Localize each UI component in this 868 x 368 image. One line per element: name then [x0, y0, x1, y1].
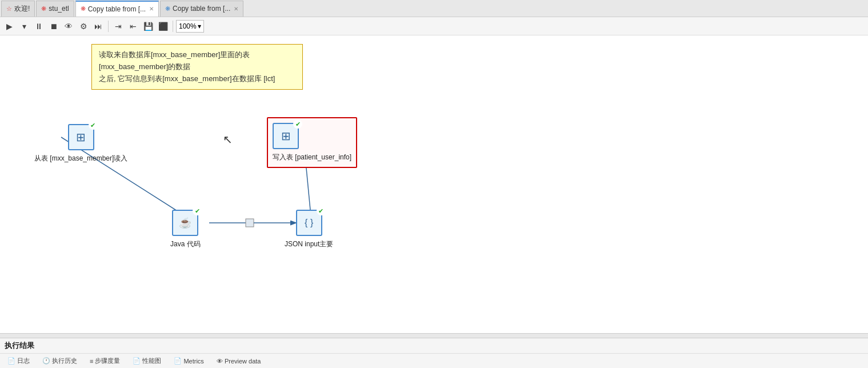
bottom-tab-preview-label: Preview data [225, 358, 261, 365]
tab-copy2-close[interactable]: ✕ [234, 6, 238, 12]
preview-button[interactable]: 👁 [62, 19, 75, 33]
node-json-check: ✔ [317, 206, 326, 215]
tab-copy1-close[interactable]: ✕ [149, 6, 154, 12]
log-icon: 📄 [7, 357, 15, 365]
tab-copy-table-2[interactable]: ❋ Copy table from [... ✕ [160, 1, 243, 17]
bottom-tab-history-label: 执行历史 [52, 357, 77, 365]
tab-copy2-icon: ❋ [165, 5, 170, 13]
tab-copy-table-1[interactable]: ❋ Copy table from [... ✕ [75, 1, 159, 17]
run-dropdown-button[interactable]: ▾ [17, 19, 31, 33]
canvas[interactable]: 读取来自数据库[mxx_base_member]里面的表[mxx_base_me… [0, 35, 868, 333]
tab-welcome[interactable]: ☆ 欢迎! [1, 1, 35, 17]
preview-data-icon: 👁 [217, 358, 223, 365]
tab-stu-etl-icon: ❋ [41, 5, 46, 13]
desc-box: 读取来自数据库[mxx_base_member]里面的表[mxx_base_me… [91, 44, 303, 90]
bottom-tab-perf-label: 性能图 [142, 357, 161, 365]
node-write[interactable]: ⊞ ✔ 写入表 [patient_user_info] [267, 117, 357, 168]
stop-button[interactable]: ⏹ [47, 19, 61, 33]
node-java[interactable]: ☕ ✔ Java 代码 [170, 210, 201, 249]
node-json[interactable]: { } ✔ JSON input主要 [285, 210, 333, 249]
zoom-value: 100% [179, 22, 197, 30]
node-write-label: 写入表 [patient_user_info] [273, 153, 351, 162]
node-read-icon-box: ⊞ ✔ [68, 124, 94, 150]
desc-line1: 读取来自数据库[mxx_base_member]里面的表[mxx_base_me… [99, 50, 250, 71]
desc-line2: 之后, 它写信息到表[mxx_base_member]在数据库 [lct] [99, 74, 275, 83]
cursor-arrow: ↖ [223, 133, 233, 146]
node-write-icon-box: ⊞ ✔ [273, 123, 299, 149]
node-read[interactable]: ⊞ ✔ 从表 [mxx_base_member]读入 [34, 124, 127, 163]
bottom-tab-log[interactable]: 📄 日志 [2, 355, 35, 367]
node-java-check: ✔ [193, 206, 202, 215]
bottom-tab-steps-label: 步骤度量 [95, 357, 120, 365]
fast-forward-button[interactable]: ⏭ [91, 19, 105, 33]
run-button[interactable]: ▶ [2, 19, 16, 33]
bottom-tab-log-label: 日志 [17, 357, 30, 365]
node-read-table-icon: ⊞ [76, 130, 86, 144]
grid-button[interactable]: ⬛ [156, 19, 170, 33]
tab-stu-etl[interactable]: ❋ stu_etl [36, 1, 74, 17]
tab-stu-etl-label: stu_etl [49, 5, 69, 13]
tab-welcome-label: 欢迎! [14, 4, 30, 14]
tab-copy1-icon: ❋ [81, 5, 86, 13]
bottom-panel-title: 执行结果 [0, 338, 868, 353]
node-write-table-icon: ⊞ [281, 129, 291, 143]
main-area: 读取来自数据库[mxx_base_member]里面的表[mxx_base_me… [0, 35, 868, 368]
tab-copy2-label: Copy table from [... [173, 5, 230, 13]
metrics-icon: 📄 [174, 357, 182, 365]
node-json-icon: { } [305, 218, 313, 228]
node-read-label: 从表 [mxx_base_member]读入 [34, 154, 127, 163]
node-java-icon: ☕ [179, 217, 191, 229]
steps-icon: ≡ [90, 358, 93, 365]
bottom-tab-metrics-label: Metrics [183, 358, 203, 365]
bottom-tab-preview[interactable]: 👁 Preview data [211, 356, 266, 366]
node-write-check: ✔ [293, 119, 302, 129]
history-icon: 🕐 [42, 357, 50, 365]
bottom-tab-metrics[interactable]: 📄 Metrics [169, 355, 209, 366]
bottom-tab-perf[interactable]: 📄 性能图 [127, 355, 166, 367]
tab-welcome-icon: ☆ [6, 5, 12, 13]
bottom-tab-history[interactable]: 🕐 执行历史 [37, 355, 82, 367]
node-json-icon-box: { } ✔ [296, 210, 322, 236]
zoom-selector[interactable]: 100% ▾ [176, 20, 204, 33]
node-json-label: JSON input主要 [285, 239, 333, 249]
scroll-hint [0, 333, 868, 338]
pause-button[interactable]: ⏸ [32, 19, 46, 33]
bottom-tab-steps[interactable]: ≡ 步骤度量 [85, 355, 125, 367]
svg-rect-3 [246, 219, 254, 227]
tab-copy1-label: Copy table from [... [88, 5, 146, 13]
save-button[interactable]: 💾 [141, 19, 155, 33]
toolbar-sep1 [108, 21, 109, 32]
tab-bar: ☆ 欢迎! ❋ stu_etl ❋ Copy table from [... ✕… [0, 0, 868, 17]
settings-button[interactable]: ⚙ [77, 19, 90, 33]
node-java-icon-box: ☕ ✔ [172, 210, 198, 236]
bottom-panel: 执行结果 📄 日志 🕐 执行历史 ≡ 步骤度量 📄 性能图 📄 Metrics [0, 338, 868, 368]
node-java-label: Java 代码 [170, 239, 201, 249]
bottom-tabs: 📄 日志 🕐 执行历史 ≡ 步骤度量 📄 性能图 📄 Metrics 👁 [0, 353, 868, 368]
perf-icon: 📄 [133, 357, 141, 365]
toolbar: ▶ ▾ ⏸ ⏹ 👁 ⚙ ⏭ ⇥ ⇤ 💾 ⬛ 100% ▾ [0, 17, 868, 35]
node-read-check: ✔ [89, 121, 98, 130]
align-button[interactable]: ⇥ [111, 19, 125, 33]
zoom-chevron-icon: ▾ [198, 22, 201, 30]
toolbar-sep2 [173, 21, 173, 32]
align2-button[interactable]: ⇤ [126, 19, 140, 33]
